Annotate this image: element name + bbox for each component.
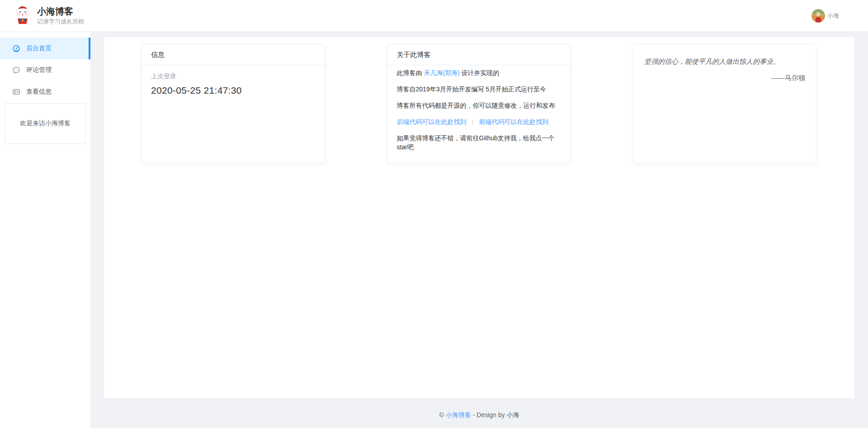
about-line-code-links: 后端代码可以在此处找到|前端代码可以在此处找到	[397, 117, 561, 126]
main-panel: 信息 上次登录 2020-05-25 21:47:30 关于此博客 此博客由 禾…	[104, 37, 854, 398]
sidebar-item-view-info[interactable]: 查看信息	[0, 81, 90, 103]
about-card-title: 关于此博客	[397, 51, 431, 59]
user-avatar-icon	[811, 9, 825, 23]
postcard-icon	[12, 88, 20, 96]
quote-card: 坚强的信心，能使平凡的人做出惊人的事业。 ——马尔顿	[633, 44, 816, 163]
sidebar-item-comments[interactable]: 评论管理	[0, 59, 90, 81]
about-card: 关于此博客 此博客由 禾几海(郑海) 设计并实现的 博客自2019年3月开始开发…	[387, 44, 571, 163]
about-card-body: 此博客由 禾几海(郑海) 设计并实现的 博客自2019年3月开始开发编写 5月开…	[388, 65, 571, 163]
quote-author: ——马尔顿	[644, 74, 805, 82]
about-line-opensource: 博客所有代码都是开源的，你可以随意修改，运行和发布	[397, 101, 561, 110]
quote-card-body: 坚强的信心，能使平凡的人做出惊人的事业。 ——马尔顿	[633, 45, 816, 93]
brand-text: 小海博客 记录学习成长历程	[37, 6, 84, 26]
quote-text: 坚强的信心，能使平凡的人做出惊人的事业。	[644, 57, 805, 67]
about-line-history: 博客自2019年3月开始开发编写 5月开始正式运行至今	[397, 85, 561, 94]
user-menu[interactable]: 小海	[811, 9, 839, 23]
mascot-logo-icon	[14, 5, 32, 26]
app-header: 小海博客 记录学习成长历程 小海	[0, 0, 868, 32]
site-title: 小海博客	[37, 6, 84, 17]
footer-site-link[interactable]: 小海博客	[446, 411, 471, 418]
sidebar-item-label: 后台首页	[26, 44, 52, 52]
backend-code-link[interactable]: 后端代码可以在此处找到	[397, 118, 467, 125]
info-card-header: 信息	[142, 45, 325, 65]
sidebar-item-label: 评论管理	[26, 66, 52, 74]
about-card-header: 关于此博客	[388, 45, 571, 65]
last-login-label: 上次登录	[151, 72, 316, 81]
frontend-code-link[interactable]: 前端代码可以在此处找到	[479, 118, 548, 125]
sidebar-item-dashboard[interactable]: 后台首页	[0, 38, 90, 59]
cards-row: 信息 上次登录 2020-05-25 21:47:30 关于此博客 此博客由 禾…	[104, 37, 854, 163]
welcome-text: 欢迎来访小海博客	[20, 119, 71, 128]
odometer-icon	[12, 44, 20, 52]
info-card-title: 信息	[151, 51, 165, 59]
copyright-symbol: ©	[439, 411, 444, 418]
site-subtitle: 记录学习成长历程	[37, 18, 84, 26]
info-card: 信息 上次登录 2020-05-25 21:47:30	[142, 44, 325, 163]
about-line-star: 如果觉得博客还不错，请前往Github支持我，给我点一个star吧	[397, 133, 561, 152]
sidebar: 后台首页 评论管理	[0, 32, 90, 428]
brand-home-link[interactable]: 小海博客 记录学习成长历程	[14, 5, 84, 26]
last-login-value: 2020-05-25 21:47:30	[151, 85, 316, 96]
username-label: 小海	[827, 12, 839, 20]
about-author-suffix: 设计并实现的	[460, 69, 500, 76]
link-separator: |	[472, 118, 474, 125]
sidebar-item-label: 查看信息	[26, 88, 52, 96]
author-profile-link[interactable]: 禾几海(郑海)	[424, 69, 459, 76]
footer-divider-text: - Design by	[473, 411, 505, 418]
welcome-box: 欢迎来访小海博客	[5, 103, 86, 144]
about-line-author: 此博客由 禾几海(郑海) 设计并实现的	[397, 68, 561, 77]
info-card-body: 上次登录 2020-05-25 21:47:30	[142, 65, 325, 100]
sidebar-menu: 后台首页 评论管理	[0, 38, 90, 103]
page-footer: ©小海博客 - Design by 小海	[104, 408, 854, 422]
chat-bubble-icon	[12, 66, 20, 74]
footer-author: 小海	[506, 411, 519, 418]
about-author-prefix: 此博客由	[397, 69, 424, 76]
